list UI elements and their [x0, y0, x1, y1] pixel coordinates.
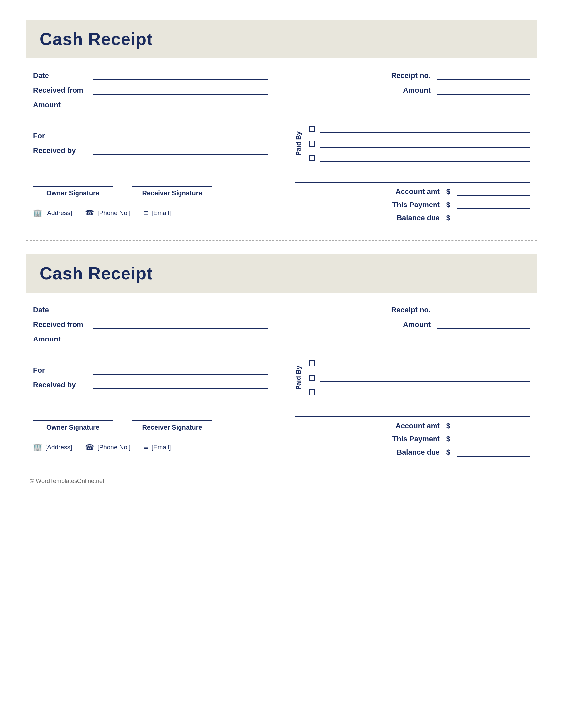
account-amt-line-1[interactable]: [457, 187, 530, 196]
received-by-line-1[interactable]: [93, 146, 268, 155]
receiver-sig-line-1[interactable]: [132, 179, 212, 187]
paid-by-1: Paid By: [295, 125, 530, 162]
paid-by-line-1-2[interactable]: [320, 140, 530, 148]
footer-email-2: ≡ [Email]: [144, 443, 171, 452]
paid-by-section-2: Paid By: [295, 356, 530, 396]
footer-info-2: 🏢 [Address] ☎ [Phone No.] ≡ [Email]: [33, 443, 268, 452]
owner-sig-label-1: Owner Signature: [46, 189, 99, 197]
this-payment-line-2[interactable]: [457, 435, 530, 443]
amounts-top-line-2: [295, 416, 530, 417]
receiver-signature-1: Receiver Signature: [132, 179, 212, 197]
date-row-1: Date: [33, 71, 268, 80]
balance-due-line-2[interactable]: [457, 448, 530, 457]
email-text-2: [Email]: [151, 444, 170, 451]
amount-line-2[interactable]: [93, 335, 268, 343]
phone-text-2: [Phone No.]: [97, 444, 130, 451]
balance-dollar-1: $: [446, 214, 450, 222]
paid-by-options-2: [309, 359, 530, 396]
this-payment-label-1: This Payment: [393, 201, 440, 209]
owner-sig-line-1[interactable]: [33, 179, 113, 187]
for-row-2: For: [33, 366, 268, 375]
right-amount-row-1: Amount: [295, 86, 530, 95]
receipt-no-label-2: Receipt no.: [391, 306, 431, 314]
date-line-1[interactable]: [93, 71, 268, 80]
received-by-label-2: Received by: [33, 381, 86, 389]
for-row-1: For: [33, 132, 268, 140]
receipt-top-grid-2: Date Received from Amount Receipt no.: [33, 306, 530, 349]
received-by-row-1: Received by: [33, 146, 268, 155]
balance-due-label-1: Balance due: [397, 214, 440, 222]
owner-sig-line-2[interactable]: [33, 413, 113, 421]
checkbox-1-3[interactable]: [309, 155, 315, 161]
receipt-no-line-2[interactable]: [437, 306, 530, 314]
email-text-1: [Email]: [151, 209, 170, 217]
paid-by-option-2-3: [309, 388, 530, 396]
this-payment-line-1[interactable]: [457, 201, 530, 209]
date-line-2[interactable]: [93, 306, 268, 314]
signature-section-2: Owner Signature Receiver Signature: [33, 413, 268, 431]
receipt-top-grid-1: Date Received from Amount Receipt no.: [33, 71, 530, 115]
bottom-right-1: Account amt $ This Payment $ Balance due…: [295, 169, 530, 227]
address-icon-1: 🏢: [33, 209, 42, 217]
paid-by-label-1: Paid By: [295, 131, 303, 156]
this-payment-row-2: This Payment $: [295, 435, 530, 443]
footer-email-1: ≡ [Email]: [144, 209, 171, 217]
right-amount-line-2[interactable]: [437, 320, 530, 329]
this-payment-label-2: This Payment: [393, 435, 440, 443]
paid-by-line-2-3[interactable]: [320, 388, 530, 396]
checkbox-2-3[interactable]: [309, 389, 315, 395]
receipt-left-2: Date Received from Amount: [33, 306, 268, 349]
account-dollar-1: $: [446, 187, 450, 196]
footer-address-2: 🏢 [Address]: [33, 443, 72, 452]
phone-text-1: [Phone No.]: [97, 209, 130, 217]
receipt-no-label-1: Receipt no.: [391, 71, 431, 80]
copyright: © WordTemplatesOnline.net: [26, 478, 537, 485]
paid-by-line-1-1[interactable]: [320, 125, 530, 133]
paid-by-options-1: [309, 125, 530, 162]
receipt-header-1: Cash Receipt: [26, 20, 537, 58]
for-line-1[interactable]: [93, 132, 268, 140]
receipt-right-1: Receipt no. Amount: [295, 71, 530, 115]
right-amount-line-1[interactable]: [437, 86, 530, 95]
receiver-sig-line-2[interactable]: [132, 413, 212, 421]
this-payment-row-1: This Payment $: [295, 201, 530, 209]
received-from-label-2: Received from: [33, 320, 86, 329]
paid-by-line-1-3[interactable]: [320, 154, 530, 162]
balance-dollar-2: $: [446, 448, 450, 457]
amounts-section-2: Account amt $ This Payment $ Balance due…: [295, 416, 530, 461]
date-label-1: Date: [33, 71, 86, 80]
checkbox-1-1[interactable]: [309, 126, 315, 132]
account-dollar-2: $: [446, 422, 450, 430]
checkbox-2-1[interactable]: [309, 360, 315, 366]
balance-due-line-1[interactable]: [457, 214, 530, 222]
receipt-bottom-grid-2: Owner Signature Receiver Signature 🏢 [Ad…: [33, 403, 530, 461]
paid-by-option-2-1: [309, 359, 530, 367]
receipt-title-2: Cash Receipt: [40, 264, 153, 283]
signature-section-1: Owner Signature Receiver Signature: [33, 179, 268, 197]
received-by-line-2[interactable]: [93, 381, 268, 389]
footer-info-1: 🏢 [Address] ☎ [Phone No.] ≡ [Email]: [33, 209, 268, 217]
date-label-2: Date: [33, 306, 86, 314]
received-from-row-2: Received from: [33, 320, 268, 329]
paid-by-line-2-1[interactable]: [320, 359, 530, 367]
paid-by-line-2-2[interactable]: [320, 374, 530, 382]
received-from-line-1[interactable]: [93, 86, 268, 95]
received-from-line-2[interactable]: [93, 320, 268, 329]
receipt-left-1: Date Received from Amount: [33, 71, 268, 115]
amount-line-1[interactable]: [93, 101, 268, 109]
account-amt-line-2[interactable]: [457, 422, 530, 430]
amount-label-2: Amount: [33, 335, 86, 343]
receipt-1: Cash Receipt Date Received from Amount: [26, 20, 537, 227]
footer-phone-1: ☎ [Phone No.]: [85, 209, 130, 217]
receipt-no-line-1[interactable]: [437, 71, 530, 80]
checkbox-2-2[interactable]: [309, 375, 315, 381]
address-icon-2: 🏢: [33, 443, 42, 452]
checkbox-1-2[interactable]: [309, 141, 315, 147]
for-label-1: For: [33, 132, 86, 140]
owner-signature-1: Owner Signature: [33, 179, 113, 197]
address-text-1: [Address]: [45, 209, 72, 217]
owner-signature-2: Owner Signature: [33, 413, 113, 431]
receipt-no-row-2: Receipt no.: [295, 306, 530, 314]
for-line-2[interactable]: [93, 366, 268, 375]
account-amt-row-2: Account amt $: [295, 422, 530, 430]
